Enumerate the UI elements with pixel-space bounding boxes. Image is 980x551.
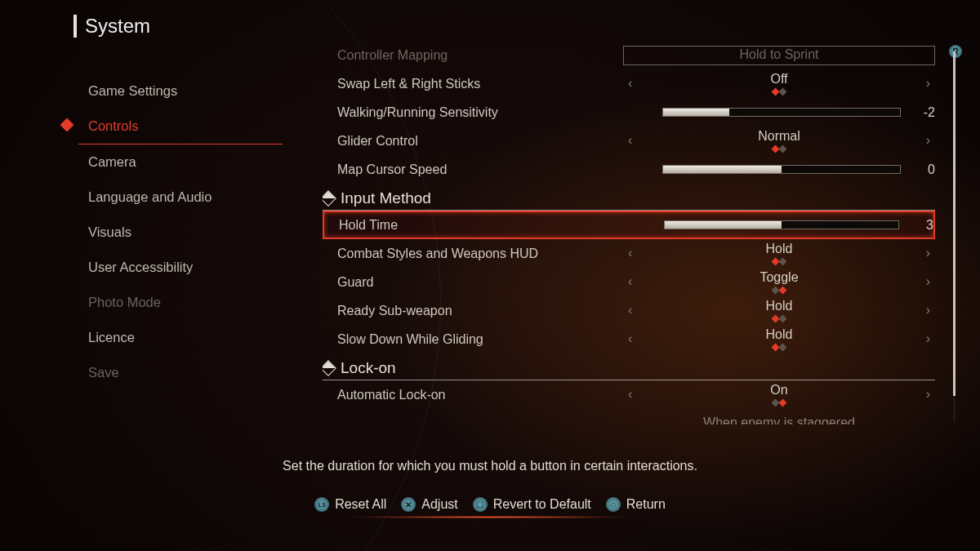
row-map-cursor-speed[interactable]: Map Cursor Speed 0: [323, 155, 935, 184]
label-hold-time: Hold Time: [339, 218, 625, 233]
chevron-left-icon[interactable]: ‹: [623, 133, 637, 148]
chevron-left-icon[interactable]: ‹: [623, 387, 637, 402]
reset-all-label: Reset All: [335, 497, 386, 512]
slider-value: 0: [912, 162, 935, 177]
chevron-left-icon[interactable]: ‹: [623, 76, 637, 91]
page-dots: [637, 144, 920, 152]
chevron-left-icon[interactable]: ‹: [623, 274, 637, 289]
page-title-bar: System: [74, 15, 150, 38]
page-dots: [637, 398, 920, 406]
circle-icon: [606, 497, 621, 512]
diamond-icon: [323, 190, 336, 207]
scrollbar-thumb[interactable]: [953, 51, 956, 396]
slider-track[interactable]: [664, 220, 899, 229]
slider-track[interactable]: [662, 108, 901, 117]
chevron-right-icon[interactable]: ›: [921, 274, 935, 289]
revert-label: Revert to Default: [493, 497, 591, 512]
label-walk-sensitivity: Walking/Running Sensitivity: [337, 105, 623, 120]
page-dots: [637, 342, 920, 350]
page-dots: [637, 87, 920, 95]
sidebar-item-camera[interactable]: Camera: [78, 144, 283, 180]
adjust-button[interactable]: Adjust: [401, 497, 457, 512]
section-title: Lock-on: [341, 359, 396, 377]
sidebar-item-licence[interactable]: Licence: [78, 320, 283, 355]
dpad-icon: [401, 497, 416, 512]
chevron-right-icon[interactable]: ›: [921, 331, 935, 346]
section-lock-on: Lock-on: [323, 354, 935, 380]
label-map-cursor-speed: Map Cursor Speed: [337, 162, 623, 177]
label-swap-sticks: Swap Left & Right Sticks: [337, 77, 623, 91]
row-controller-mapping[interactable]: Controller Mapping Hold to Sprint: [323, 41, 935, 69]
selector-combat-hud[interactable]: ‹ Hold ›: [623, 242, 935, 264]
title-tick: [74, 15, 77, 38]
row-combat-hud[interactable]: Combat Styles and Weapons HUD ‹ Hold ›: [323, 239, 935, 268]
label-controller-mapping: Controller Mapping: [337, 48, 623, 63]
sidebar-item-save: Save: [78, 355, 283, 390]
row-slow-glide[interactable]: Slow Down While Gliding ‹ Hold ›: [323, 325, 935, 353]
value-hold-to-sprint[interactable]: Hold to Sprint: [623, 46, 935, 65]
adjust-label: Adjust: [421, 497, 457, 512]
label-combat-hud: Combat Styles and Weapons HUD: [337, 247, 623, 261]
return-label: Return: [626, 497, 666, 512]
row-ready-subweapon[interactable]: Ready Sub-weapon ‹ Hold ›: [323, 296, 935, 325]
label-auto-lockon: Automatic Lock-on: [337, 388, 623, 402]
sidebar-item-controls[interactable]: Controls: [78, 109, 283, 144]
slider-map-cursor[interactable]: 0: [623, 162, 935, 177]
revert-default-button[interactable]: Revert to Default: [473, 497, 591, 512]
setting-description: Set the duration for which you must hold…: [0, 459, 980, 473]
chevron-right-icon[interactable]: ›: [921, 387, 935, 402]
selector-auto-lockon[interactable]: ‹ On ›: [623, 384, 935, 406]
bumper-r-icon: R: [949, 45, 962, 58]
selector-slow-glide[interactable]: ‹ Hold ›: [623, 328, 935, 350]
row-glider-control[interactable]: Glider Control ‹ Normal ›: [323, 127, 935, 155]
scrollbar[interactable]: [953, 47, 956, 422]
settings-panel: Controller Mapping Hold to Sprint Swap L…: [323, 41, 935, 424]
slider-walk-sensitivity[interactable]: -2: [623, 105, 935, 120]
chevron-left-icon[interactable]: ‹: [623, 246, 637, 260]
sidebar-item-user-accessibility[interactable]: User Accessibility: [78, 250, 283, 285]
sidebar-item-game-settings[interactable]: Game Settings: [78, 73, 283, 109]
slider-value: 3: [911, 218, 933, 233]
chevron-right-icon[interactable]: ›: [921, 133, 935, 148]
page-dots: [637, 313, 920, 322]
chevron-left-icon[interactable]: ‹: [623, 303, 637, 318]
chevron-right-icon[interactable]: ›: [921, 303, 935, 318]
return-button[interactable]: Return: [606, 497, 666, 512]
page-dots: [637, 256, 920, 264]
footer-accent-glow: [351, 516, 629, 518]
sidebar-item-photo-mode: Photo Mode: [78, 285, 283, 320]
section-input-method: Input Method: [323, 184, 935, 211]
slider-hold-time[interactable]: 3: [625, 218, 933, 233]
label-ready-subweapon: Ready Sub-weapon: [337, 304, 623, 318]
chevron-left-icon[interactable]: ‹: [623, 331, 637, 346]
selector-glider-control[interactable]: ‹ Normal ›: [623, 130, 935, 152]
page-dots: [637, 285, 920, 293]
selector-guard[interactable]: ‹ Toggle ›: [623, 271, 935, 293]
row-hold-time[interactable]: Hold Time 3: [323, 211, 935, 239]
square-icon: [473, 497, 488, 512]
sidebar-item-visuals[interactable]: Visuals: [78, 215, 283, 250]
diamond-icon: [323, 360, 336, 376]
slider-track[interactable]: [662, 165, 901, 174]
row-guard[interactable]: Guard ‹ Toggle ›: [323, 268, 935, 296]
chevron-right-icon[interactable]: ›: [921, 76, 935, 91]
selector-auto-lockon-detail[interactable]: When enemy is staggered: [623, 416, 935, 424]
section-title: Input Method: [341, 189, 431, 207]
reset-all-button[interactable]: Reset All: [314, 497, 386, 512]
selector-swap-sticks[interactable]: ‹ Off ›: [623, 73, 935, 95]
l3-icon: [314, 497, 329, 512]
label-guard: Guard: [337, 275, 623, 290]
row-auto-lockon-detail[interactable]: When enemy is staggered: [323, 409, 935, 424]
label-glider-control: Glider Control: [337, 134, 623, 149]
page-title: System: [85, 15, 150, 38]
row-swap-sticks[interactable]: Swap Left & Right Sticks ‹ Off ›: [323, 69, 935, 98]
sidebar: Game Settings Controls Camera Language a…: [78, 73, 283, 390]
row-walk-sensitivity[interactable]: Walking/Running Sensitivity -2: [323, 98, 935, 127]
label-slow-glide: Slow Down While Gliding: [337, 332, 623, 347]
selector-ready-subweapon[interactable]: ‹ Hold ›: [623, 300, 935, 322]
chevron-right-icon[interactable]: ›: [921, 246, 935, 260]
slider-value: -2: [912, 105, 935, 120]
sidebar-item-language-audio[interactable]: Language and Audio: [78, 180, 283, 215]
row-auto-lockon[interactable]: Automatic Lock-on ‹ On ›: [323, 380, 935, 409]
footer-button-bar: Reset All Adjust Revert to Default Retur…: [0, 497, 980, 512]
